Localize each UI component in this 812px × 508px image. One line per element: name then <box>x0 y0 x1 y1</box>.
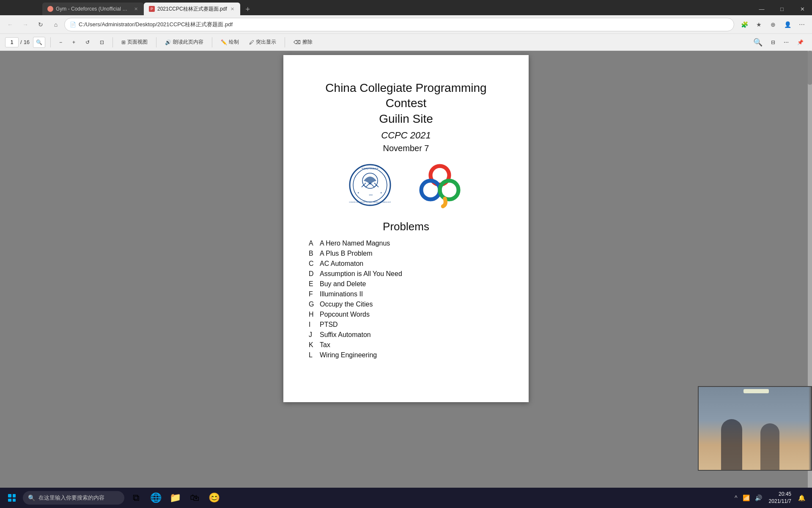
taskbar-clock[interactable]: 20:45 2021/11/7 <box>765 491 795 505</box>
problem-letter: C <box>309 260 316 268</box>
logos-row: 桂林电子科技大学 GUILIN UNIVERSITY OF ELECTRONIC… <box>349 162 463 208</box>
network-icon[interactable]: 📶 <box>741 493 752 503</box>
tab-gym[interactable]: Gym - Codeforces (Unofficial m... ✕ <box>42 3 144 15</box>
chevron-icon[interactable]: ^ <box>733 493 739 503</box>
window-controls: — □ ✕ <box>752 3 812 15</box>
problem-letter: G <box>309 301 316 308</box>
tab-close-gym[interactable]: ✕ <box>133 6 139 13</box>
refresh-button[interactable]: ↻ <box>34 18 47 31</box>
tab-title-pdf: 2021CCPC桂林正式赛题面.pdf <box>157 6 227 13</box>
problem-letter: B <box>309 250 316 257</box>
webcam-edge <box>809 387 811 470</box>
taskbar-search[interactable]: 🔍 在这里输入你要搜索的内容 <box>23 491 124 505</box>
profile-button[interactable]: 👤 <box>781 18 794 31</box>
store-icon: 🛍 <box>190 492 199 503</box>
favorites-button[interactable]: ★ <box>752 18 765 31</box>
taskbar-app-store[interactable]: 🛍 <box>185 489 204 507</box>
pdf-more-button[interactable]: ⋯ <box>780 36 792 48</box>
read-aloud-button[interactable]: 🔊 朗读此页内容 <box>162 36 207 48</box>
problem-item-b: BA Plus B Problem <box>309 249 503 258</box>
zoom-out-button[interactable]: − <box>56 36 66 48</box>
taskview-icon: ⧉ <box>133 492 140 503</box>
clock-date: 2021/11/7 <box>769 498 791 505</box>
svg-text:★: ★ <box>380 191 382 194</box>
pdf-bookmark-list-button[interactable]: ⊟ <box>768 36 779 48</box>
highlight-icon: 🖊 <box>249 39 254 45</box>
taskbar-app-taskview[interactable]: ⧉ <box>127 489 145 507</box>
svg-point-10 <box>440 181 458 199</box>
toolbar-right-buttons: 🧩 ★ ⊕ 👤 ⋯ <box>738 18 809 31</box>
taskbar-right: ^ 📶 🔊 20:45 2021/11/7 🔔 <box>733 491 810 505</box>
problem-name: Suffix Automaton <box>320 331 371 339</box>
home-button[interactable]: ⌂ <box>49 18 63 31</box>
separator-1 <box>50 37 51 47</box>
problem-letter: I <box>309 321 316 329</box>
page-navigation: / 16 <box>5 37 30 47</box>
taskbar-apps: ⧉ 🌐 📁 🛍 😊 <box>127 489 223 507</box>
tab-pdf[interactable]: P 2021CCPC桂林正式赛题面.pdf ✕ <box>144 3 240 15</box>
taskbar-search-icon: 🔍 <box>28 494 35 501</box>
read-aloud-icon: 🔊 <box>165 39 171 45</box>
separator-4 <box>212 37 212 47</box>
clock-time: 20:45 <box>769 491 791 498</box>
tab-title-gym: Gym - Codeforces (Unofficial m... <box>56 6 131 12</box>
pdf-subtitle: CCPC 2021 <box>381 130 431 141</box>
draw-button[interactable]: ✏️ 绘制 <box>217 36 242 48</box>
separator-2 <box>112 37 113 47</box>
problem-letter: E <box>309 280 316 288</box>
separator-3 <box>156 37 156 47</box>
page-separator: / <box>20 39 22 45</box>
webcam-overlay <box>698 386 812 471</box>
extensions-button[interactable]: 🧩 <box>738 18 751 31</box>
problem-letter: K <box>309 341 316 349</box>
problem-name: PTSD <box>320 321 338 329</box>
back-button[interactable]: ← <box>3 18 17 31</box>
problem-name: Occupy the Cities <box>320 301 373 308</box>
maximize-button[interactable]: □ <box>772 3 792 15</box>
erase-button[interactable]: ⌫ 擦除 <box>290 36 316 48</box>
highlight-button[interactable]: 🖊 突出显示 <box>246 36 280 48</box>
problem-item-g: GOccupy the Cities <box>309 300 503 309</box>
webcam-feed <box>699 387 811 470</box>
svg-text:1960: 1960 <box>369 194 373 196</box>
tab-close-pdf[interactable]: ✕ <box>230 6 235 13</box>
forward-button[interactable]: → <box>19 18 32 31</box>
problem-item-e: EBuy and Delete <box>309 280 503 288</box>
problem-item-f: FIlluminations II <box>309 290 503 298</box>
pdf-zoom-icon-button[interactable]: 🔍 <box>750 36 766 48</box>
zoom-in-icon: + <box>72 39 75 45</box>
zoom-in-button[interactable]: + <box>69 36 79 48</box>
rotate-button[interactable]: ↺ <box>82 36 93 48</box>
page-number-input[interactable] <box>5 37 19 47</box>
close-button[interactable]: ✕ <box>793 3 812 15</box>
new-tab-button[interactable]: + <box>242 3 254 15</box>
search-icon: 🔍 <box>36 39 42 45</box>
problem-letter: H <box>309 311 316 318</box>
pdf-main-title: China Collegiate Programming Contest Gui… <box>309 80 503 127</box>
svg-text:GUILIN UNIVERSITY OF ELECTRONI: GUILIN UNIVERSITY OF ELECTRONIC TECHNOLO… <box>349 201 391 203</box>
problem-letter: D <box>309 270 316 278</box>
taskbar-app-feedback[interactable]: 😊 <box>205 489 223 507</box>
pdf-search-box[interactable]: 🔍 <box>33 37 45 48</box>
address-bar[interactable]: 📄 C:/Users/Administrator/Desktop/2021CCP… <box>64 18 734 31</box>
problem-letter: L <box>309 351 316 359</box>
collections-button[interactable]: ⊕ <box>766 18 780 31</box>
page-view-button[interactable]: ⊞ 页面视图 <box>118 36 151 48</box>
volume-icon[interactable]: 🔊 <box>753 493 764 503</box>
problem-letter: A <box>309 240 316 247</box>
problem-item-k: KTax <box>309 341 503 349</box>
pdf-pin-button[interactable]: 📌 <box>794 36 807 48</box>
erase-label: 擦除 <box>302 39 313 46</box>
fit-page-icon: ⊡ <box>100 39 104 45</box>
minimize-button[interactable]: — <box>752 3 771 15</box>
taskbar-app-edge[interactable]: 🌐 <box>146 489 165 507</box>
settings-button[interactable]: ⋯ <box>795 18 809 31</box>
problem-item-j: JSuffix Automaton <box>309 331 503 339</box>
notification-icon[interactable]: 🔔 <box>796 493 807 503</box>
start-button[interactable] <box>2 488 22 508</box>
taskbar-app-explorer[interactable]: 📁 <box>166 489 184 507</box>
fit-page-button[interactable]: ⊡ <box>96 36 107 48</box>
tab-favicon-pdf: P <box>149 6 155 12</box>
problem-name: Popcount Words <box>320 311 370 318</box>
explorer-icon: 📁 <box>170 492 181 503</box>
